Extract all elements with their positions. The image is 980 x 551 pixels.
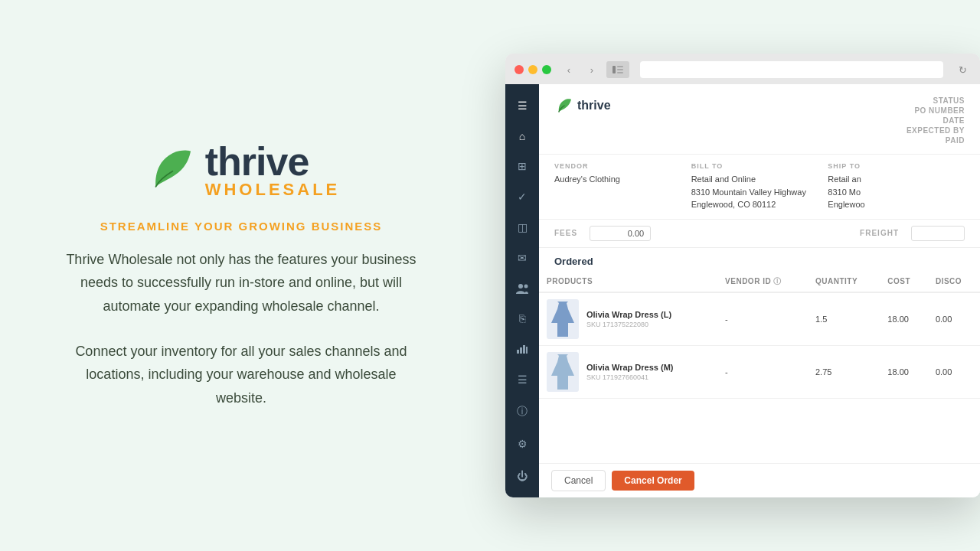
fees-input[interactable] (590, 226, 651, 241)
sidebar-copy-icon[interactable]: ⎘ (508, 305, 536, 332)
bill-to-name: Retail and Online (691, 173, 828, 186)
product-thumb-2 (547, 352, 579, 392)
cost-1: 18.00 (880, 292, 928, 346)
logo-container: thrive WHOLESALE (142, 142, 341, 198)
sidebar-people-icon[interactable] (508, 275, 536, 302)
ship-to-label: SHIP TO (828, 162, 965, 170)
browser-chrome: ‹ › ↻ (505, 54, 980, 84)
sidebar-bottom: ☰ ⓘ ⚙ ⏻ (508, 364, 536, 491)
left-panel: thrive WHOLESALE STREAMLINE YOUR GROWING… (0, 0, 482, 551)
product-info-1: Olivia Wrap Dress (L) SKU 171375222080 (586, 310, 671, 328)
bill-to-city: Englewood, CO 80112 (691, 198, 828, 211)
svg-rect-7 (520, 347, 522, 354)
po-number-label: PO NUMBER (914, 106, 965, 115)
table-header-row: Products Vendor ID ⓘ Quantity Cost Disco (539, 272, 980, 292)
po-paid-row: PAID (946, 136, 965, 145)
svg-rect-6 (517, 350, 519, 354)
sidebar-chart-icon[interactable] (508, 335, 536, 363)
fees-label: FEES (554, 229, 577, 237)
po-number-row: PO NUMBER (914, 106, 965, 115)
logo-text: thrive WHOLESALE (205, 142, 341, 198)
freight-label: FREIGHT (860, 229, 899, 237)
po-table: Products Vendor ID ⓘ Quantity Cost Disco (539, 272, 980, 399)
sidebar-info-icon[interactable]: ⓘ (508, 398, 536, 425)
sidebar-settings-icon[interactable]: ⚙ (508, 430, 536, 458)
traffic-lights (514, 65, 551, 74)
table-row: Olivia Wrap Dress (M) SKU 171927660041 -… (539, 345, 980, 398)
address-section: VENDOR Audrey's Clothing BILL TO Retail … (539, 155, 980, 220)
ship-to-city: Englewoo (828, 198, 965, 211)
product-sku-1: SKU 171375222080 (586, 321, 671, 328)
back-button[interactable]: ‹ (560, 61, 577, 78)
product-info-2: Olivia Wrap Dress (M) SKU 171927660041 (586, 363, 674, 381)
table-row: Olivia Wrap Dress (L) SKU 171375222080 -… (539, 292, 980, 346)
svg-point-5 (524, 284, 528, 288)
sidebar: ☰ ⌂ ⊞ ✓ ◫ ✉ ⎘ ☰ ⓘ ⚙ ⏻ (505, 84, 539, 497)
svg-rect-1 (617, 66, 623, 67)
product-cell-1: Olivia Wrap Dress (L) SKU 171375222080 (539, 292, 717, 346)
main-content: thrive STATUS PO NUMBER DATE EX (539, 84, 980, 497)
maximize-button[interactable] (542, 65, 551, 74)
sidebar-check-icon[interactable]: ✓ (508, 183, 536, 210)
svg-rect-8 (523, 345, 525, 354)
tagline: STREAMLINE YOUR GROWING BUSINESS (100, 220, 383, 233)
app-content: ☰ ⌂ ⊞ ✓ ◫ ✉ ⎘ ☰ ⓘ ⚙ ⏻ (505, 84, 980, 497)
dress-icon-2 (551, 354, 574, 390)
fees-row: FEES FREIGHT (539, 220, 980, 248)
thrive-logo-text-small: thrive (577, 99, 611, 112)
sidebar-toggle-button[interactable] (606, 61, 629, 78)
bill-to-block: BILL TO Retail and Online 8310 Mountain … (691, 162, 828, 211)
browser-window: ‹ › ↻ ☰ ⌂ ⊞ ✓ ◫ ✉ ⎘ (505, 54, 980, 497)
product-name-2: Olivia Wrap Dress (M) (586, 363, 674, 372)
vendor-id-2: - (717, 345, 808, 398)
po-header: thrive STATUS PO NUMBER DATE EX (539, 84, 980, 155)
product-sku-2: SKU 171927660041 (586, 373, 674, 381)
cost-2: 18.00 (880, 345, 928, 398)
ordered-title: Ordered (539, 248, 980, 272)
footer-bar: Cancel Cancel Order (539, 463, 980, 497)
sidebar-grid-icon[interactable]: ⊞ (508, 153, 536, 181)
refresh-button[interactable]: ↻ (954, 61, 971, 78)
ordered-section: Ordered Products Vendor ID ⓘ Quantity Co… (539, 248, 980, 464)
sidebar-home-icon[interactable]: ⌂ (508, 122, 536, 150)
cancel-order-button[interactable]: Cancel Order (612, 471, 694, 491)
close-button[interactable] (514, 65, 524, 74)
discount-1: 0.00 (928, 292, 980, 346)
sidebar-power-icon[interactable]: ⏻ (508, 462, 536, 490)
browser-wrapper: ‹ › ↻ ☰ ⌂ ⊞ ✓ ◫ ✉ ⎘ (482, 0, 980, 551)
quantity-1: 1.5 (808, 292, 880, 346)
col-cost: Cost (880, 272, 928, 292)
svg-rect-3 (617, 72, 623, 73)
quantity-2: 2.75 (808, 345, 880, 398)
ship-to-address: 8310 Mo (828, 186, 965, 199)
svg-rect-0 (612, 66, 616, 73)
vendor-block: VENDOR Audrey's Clothing (554, 162, 691, 211)
sidebar-menu-icon[interactable]: ☰ (508, 92, 536, 119)
col-products: Products (539, 272, 717, 292)
col-discount: Disco (928, 272, 980, 292)
col-vendor-id: Vendor ID ⓘ (717, 272, 808, 292)
leaf-icon (142, 143, 196, 197)
forward-button[interactable]: › (583, 61, 600, 78)
product-cell-2: Olivia Wrap Dress (M) SKU 171927660041 (539, 345, 717, 398)
sidebar-list-icon[interactable]: ☰ (508, 366, 536, 393)
po-date-row: DATE (943, 116, 965, 125)
discount-2: 0.00 (928, 345, 980, 398)
description2: Connect your inventory for all your sale… (73, 340, 410, 410)
bill-to-address: 8310 Mountain Valley Highway (691, 186, 828, 199)
svg-point-4 (518, 284, 523, 289)
vendor-label: VENDOR (554, 162, 691, 170)
vendor-name: Audrey's Clothing (554, 173, 691, 186)
logo-wholesale: WHOLESALE (205, 181, 341, 198)
po-paid-label: PAID (946, 136, 965, 145)
minimize-button[interactable] (528, 65, 537, 74)
description1: Thrive Wholesale not only has the featur… (57, 248, 425, 318)
po-date-label: DATE (943, 116, 965, 125)
address-bar[interactable] (640, 61, 943, 78)
sidebar-mail-icon[interactable]: ✉ (508, 244, 536, 272)
cancel-button[interactable]: Cancel (551, 470, 606, 491)
freight-input[interactable] (911, 226, 965, 241)
sidebar-document-icon[interactable]: ◫ (508, 214, 536, 241)
thrive-logo-small: thrive (554, 96, 611, 115)
svg-rect-2 (617, 69, 623, 70)
